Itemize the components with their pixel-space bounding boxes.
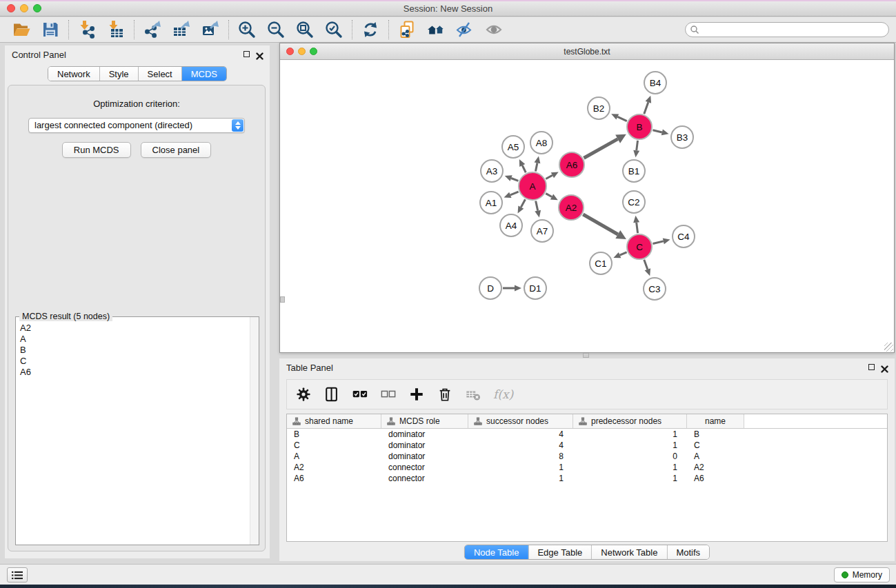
delete-column-button[interactable] <box>437 386 453 403</box>
create-column-button[interactable] <box>408 386 425 403</box>
edge-A6-B[interactable] <box>584 139 617 159</box>
table-settings-gear-button[interactable] <box>295 386 312 403</box>
column-header-name[interactable]: name <box>687 414 744 428</box>
edge-A-A7[interactable] <box>536 201 538 211</box>
refresh-view-button[interactable] <box>356 19 385 41</box>
cell-successor-nodes[interactable]: 4 <box>468 440 573 451</box>
table-row-b[interactable]: Bdominator41B <box>287 429 887 440</box>
cell-name[interactable]: C <box>687 440 744 451</box>
column-header-MCDS-role[interactable]: MCDS role <box>381 414 468 428</box>
graph-node-A1[interactable]: A1 <box>479 191 503 214</box>
cell-shared-name[interactable]: A2 <box>287 462 381 473</box>
cell-name[interactable]: A2 <box>687 462 744 473</box>
export-image-button[interactable] <box>196 19 225 41</box>
edge-A-A3[interactable] <box>511 178 518 181</box>
cell-successor-nodes[interactable]: 4 <box>468 429 573 440</box>
cell-MCDS-role[interactable]: connector <box>381 462 468 473</box>
tab-mcds[interactable]: MCDS <box>182 67 226 81</box>
select-all-button[interactable] <box>352 386 368 403</box>
float-panel-icon[interactable] <box>243 51 250 57</box>
graph-node-D[interactable]: D <box>479 276 502 300</box>
cell-name[interactable]: A6 <box>687 473 744 484</box>
graph-node-C[interactable]: C <box>626 234 653 260</box>
result-item-b[interactable]: B <box>20 345 249 356</box>
delete-table-button[interactable] <box>465 386 481 403</box>
cell-shared-name[interactable]: A6 <box>287 473 381 484</box>
graph-node-A6[interactable]: A6 <box>559 152 585 178</box>
criterion-select[interactable]: largest connected component (directed) <box>28 118 245 133</box>
export-network-button[interactable] <box>138 19 167 41</box>
save-session-button[interactable] <box>36 19 65 41</box>
edge-C-C1[interactable] <box>620 252 627 255</box>
first-neighbors-button[interactable] <box>421 19 450 41</box>
column-header-shared-name[interactable]: shared name <box>287 414 381 428</box>
zoom-selected-button[interactable] <box>319 19 348 41</box>
edge-C-C3[interactable] <box>644 260 648 270</box>
cell-MCDS-role[interactable]: dominator <box>381 440 468 451</box>
edge-C-C4[interactable] <box>653 241 663 244</box>
result-item-a[interactable]: A <box>20 334 249 345</box>
edge-B-B3[interactable] <box>653 130 661 132</box>
window-resize-grip[interactable] <box>884 343 893 352</box>
open-session-button[interactable] <box>7 19 36 41</box>
graph-node-D1[interactable]: D1 <box>524 276 547 300</box>
graph-node-B[interactable]: B <box>626 114 653 140</box>
network-window-titlebar[interactable]: testGlobe.txt <box>280 43 894 60</box>
zoom-fit-button[interactable] <box>290 19 319 41</box>
network-canvas[interactable]: AA1A2A3A4A5A6A7A8BB1B2B3B4CC1C2C3C4DD1 <box>280 61 894 352</box>
close-control-panel-icon[interactable] <box>256 50 263 58</box>
graph-node-A7[interactable]: A7 <box>530 219 554 243</box>
import-table-button[interactable] <box>101 19 130 41</box>
graph-node-A4[interactable]: A4 <box>499 214 523 237</box>
column-header-successor-nodes[interactable]: successor nodes <box>468 414 573 428</box>
cell-MCDS-role[interactable]: connector <box>381 473 468 484</box>
graph-node-C4[interactable]: C4 <box>672 225 695 248</box>
cell-successor-nodes[interactable]: 8 <box>468 451 573 462</box>
hide-selected-button[interactable] <box>450 19 479 41</box>
task-history-button[interactable] <box>7 567 28 582</box>
close-panel-button[interactable]: Close panel <box>141 142 212 158</box>
run-mcds-button[interactable]: Run MCDS <box>62 142 131 158</box>
cell-predecessor-nodes[interactable]: 1 <box>573 473 687 484</box>
import-network-button[interactable] <box>72 19 101 41</box>
table-tab-network-table[interactable]: Network Table <box>592 545 667 559</box>
graph-node-A8[interactable]: A8 <box>530 131 553 154</box>
zoom-in-button[interactable] <box>232 19 261 41</box>
edge-A-A6[interactable] <box>546 175 552 179</box>
show-all-button[interactable] <box>479 19 508 41</box>
cell-predecessor-nodes[interactable]: 0 <box>573 451 687 462</box>
edge-A-A5[interactable] <box>522 165 526 172</box>
vertical-split-handle[interactable] <box>280 296 285 303</box>
cell-predecessor-nodes[interactable]: 1 <box>573 440 687 451</box>
graph-node-B1[interactable]: B1 <box>622 159 646 183</box>
table-row-a[interactable]: Adominator80A <box>287 451 887 462</box>
tab-select[interactable]: Select <box>139 67 182 81</box>
function-builder-icon[interactable]: f(x) <box>493 387 513 401</box>
cell-shared-name[interactable]: B <box>287 429 381 440</box>
table-row-a2[interactable]: A2connector11A2 <box>287 462 887 473</box>
new-network-from-selection-button[interactable] <box>392 19 421 41</box>
graph-node-A[interactable]: A <box>518 172 547 201</box>
edge-B-B4[interactable] <box>644 102 648 114</box>
cell-successor-nodes[interactable]: 1 <box>468 462 573 473</box>
table-tab-motifs[interactable]: Motifs <box>667 545 709 559</box>
memory-button[interactable]: Memory <box>834 567 890 582</box>
graph-node-A2[interactable]: A2 <box>558 194 584 221</box>
edge-B-B1[interactable] <box>637 141 638 150</box>
export-table-button[interactable] <box>167 19 196 41</box>
cell-predecessor-nodes[interactable]: 1 <box>573 429 687 440</box>
cell-predecessor-nodes[interactable]: 1 <box>573 462 687 473</box>
graph-node-C2[interactable]: C2 <box>622 190 646 214</box>
cell-shared-name[interactable]: C <box>287 440 381 451</box>
close-table-panel-icon[interactable] <box>881 363 888 371</box>
cell-MCDS-role[interactable]: dominator <box>381 451 468 462</box>
table-row-a6[interactable]: A6connector11A6 <box>287 473 887 484</box>
toggle-column-button[interactable] <box>323 386 340 403</box>
edge-A-A4[interactable] <box>521 199 525 207</box>
deselect-all-button[interactable] <box>380 386 397 403</box>
edge-C-C2[interactable] <box>637 223 638 233</box>
zoom-out-button[interactable] <box>261 19 290 41</box>
graph-node-A3[interactable]: A3 <box>480 159 504 183</box>
result-item-a2[interactable]: A2 <box>20 323 249 334</box>
graph-node-C3[interactable]: C3 <box>643 277 666 301</box>
